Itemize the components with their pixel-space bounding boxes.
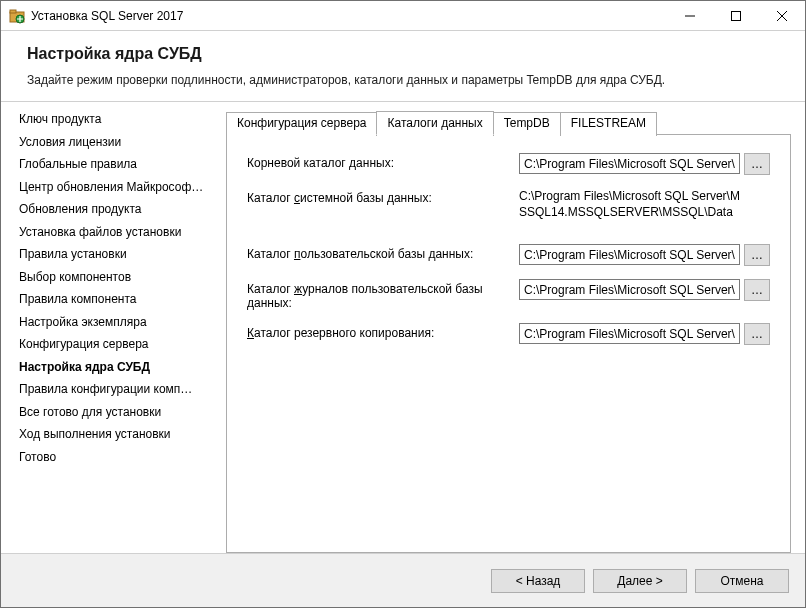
- page-header: Настройка ядра СУБД Задайте режим провер…: [1, 31, 805, 102]
- app-icon: [9, 8, 25, 24]
- label-backup: Каталог резервного копирования:: [247, 323, 519, 340]
- tab[interactable]: FILESTREAM: [560, 112, 657, 136]
- page-description: Задайте режим проверки подлинности, адми…: [27, 73, 785, 87]
- input-user-db[interactable]: [519, 244, 740, 265]
- svg-rect-1: [10, 10, 16, 13]
- wizard-step[interactable]: Ход выполнения установки: [19, 427, 220, 441]
- page-title: Настройка ядра СУБД: [27, 45, 785, 63]
- row-user-log: Каталог журналов пользовательской базы д…: [247, 279, 770, 310]
- row-system-db: Каталог системной базы данных: C:\Progra…: [247, 188, 770, 220]
- row-user-db: Каталог пользовательской базы данных: …: [247, 244, 770, 266]
- input-backup[interactable]: [519, 323, 740, 344]
- input-user-log[interactable]: [519, 279, 740, 300]
- tab-content-data-directories: Корневой каталог данных: … Каталог систе…: [226, 134, 791, 553]
- wizard-step[interactable]: Правила конфигурации комп…: [19, 382, 220, 396]
- wizard-footer: < Назад Далее > Отмена: [1, 553, 805, 607]
- label-user-log: Каталог журналов пользовательской базы д…: [247, 279, 519, 310]
- window-title: Установка SQL Server 2017: [31, 9, 667, 23]
- wizard-step[interactable]: Настройка экземпляра: [19, 315, 220, 329]
- browse-backup[interactable]: …: [744, 323, 770, 345]
- wizard-step[interactable]: Центр обновления Майкрософ…: [19, 180, 220, 194]
- wizard-steps-sidebar: Ключ продуктаУсловия лицензииГлобальные …: [1, 102, 226, 553]
- browse-user-log[interactable]: …: [744, 279, 770, 301]
- wizard-step[interactable]: Правила компонента: [19, 292, 220, 306]
- wizard-step[interactable]: Установка файлов установки: [19, 225, 220, 239]
- wizard-step[interactable]: Глобальные правила: [19, 157, 220, 171]
- wizard-step[interactable]: Условия лицензии: [19, 135, 220, 149]
- tab[interactable]: Каталоги данных: [376, 111, 493, 135]
- svg-rect-4: [732, 11, 741, 20]
- label-data-root: Корневой каталог данных:: [247, 153, 519, 170]
- tab-strip: Конфигурация сервераКаталоги данныхTempD…: [226, 110, 791, 134]
- wizard-step[interactable]: Ключ продукта: [19, 112, 220, 126]
- row-backup: Каталог резервного копирования: …: [247, 323, 770, 345]
- wizard-step[interactable]: Готово: [19, 450, 220, 464]
- maximize-button[interactable]: [713, 1, 759, 31]
- tab[interactable]: TempDB: [493, 112, 561, 136]
- next-button[interactable]: Далее >: [593, 569, 687, 593]
- browse-user-db[interactable]: …: [744, 244, 770, 266]
- titlebar: Установка SQL Server 2017: [1, 1, 805, 31]
- value-system-db: C:\Program Files\Microsoft SQL Server\MS…: [519, 188, 740, 220]
- label-user-db: Каталог пользовательской базы данных:: [247, 244, 519, 261]
- wizard-step[interactable]: Конфигурация сервера: [19, 337, 220, 351]
- wizard-step[interactable]: Выбор компонентов: [19, 270, 220, 284]
- tab[interactable]: Конфигурация сервера: [226, 112, 377, 136]
- back-button[interactable]: < Назад: [491, 569, 585, 593]
- close-button[interactable]: [759, 1, 805, 31]
- wizard-step[interactable]: Настройка ядра СУБД: [19, 360, 220, 374]
- minimize-button[interactable]: [667, 1, 713, 31]
- browse-data-root[interactable]: …: [744, 153, 770, 175]
- label-system-db: Каталог системной базы данных:: [247, 188, 519, 205]
- wizard-step[interactable]: Все готово для установки: [19, 405, 220, 419]
- wizard-step[interactable]: Обновления продукта: [19, 202, 220, 216]
- installer-window: Установка SQL Server 2017 Настройка ядра…: [0, 0, 806, 608]
- cancel-button[interactable]: Отмена: [695, 569, 789, 593]
- wizard-step[interactable]: Правила установки: [19, 247, 220, 261]
- main-panel: Конфигурация сервераКаталоги данныхTempD…: [226, 102, 805, 553]
- row-data-root: Корневой каталог данных: …: [247, 153, 770, 175]
- input-data-root[interactable]: [519, 153, 740, 174]
